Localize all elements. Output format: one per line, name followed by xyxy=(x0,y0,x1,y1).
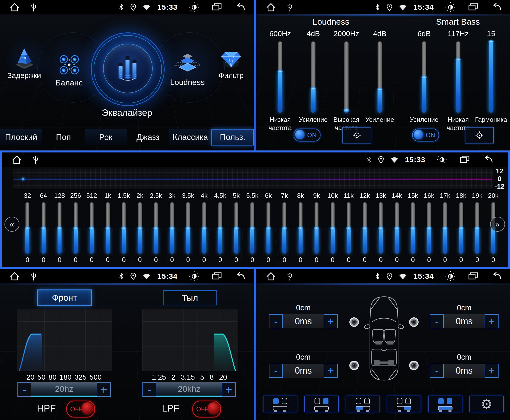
recent-apps-icon[interactable] xyxy=(468,3,478,12)
front-right-plus-button[interactable]: + xyxy=(485,314,499,328)
front-left-minus-button[interactable]: - xyxy=(269,314,283,328)
band-slider[interactable] xyxy=(459,202,463,254)
hpf-plus-button[interactable]: + xyxy=(97,382,111,397)
band-slider[interactable] xyxy=(331,202,335,254)
rear-right-minus-button[interactable]: - xyxy=(430,364,444,378)
band-slider[interactable] xyxy=(106,202,110,254)
recent-apps-icon[interactable] xyxy=(212,272,222,281)
band-slider[interactable] xyxy=(186,202,190,254)
band-slider[interactable] xyxy=(282,202,286,254)
recent-apps-icon[interactable] xyxy=(460,155,470,164)
back-icon[interactable] xyxy=(491,272,502,281)
band-slider[interactable] xyxy=(347,202,351,254)
vertical-slider[interactable] xyxy=(422,41,426,113)
band-slider[interactable] xyxy=(395,202,399,254)
recent-apps-icon[interactable] xyxy=(468,272,478,281)
brightness-icon[interactable] xyxy=(445,1,456,13)
rear-right-plus-button[interactable]: + xyxy=(485,364,499,378)
preset-button[interactable]: Классика xyxy=(169,129,211,145)
front-right-minus-button[interactable]: - xyxy=(430,314,444,328)
band-slider[interactable] xyxy=(170,202,174,254)
band-slider[interactable] xyxy=(138,202,142,254)
back-icon[interactable] xyxy=(491,3,502,12)
back-icon[interactable] xyxy=(234,272,245,281)
band-slider[interactable] xyxy=(250,202,254,254)
menu-item-delays[interactable]: 010 Задержки xyxy=(3,46,45,80)
band-slider[interactable] xyxy=(427,202,431,254)
band-slider[interactable] xyxy=(234,202,238,254)
scroll-right-button[interactable]: » xyxy=(490,217,505,232)
vertical-slider[interactable] xyxy=(344,41,349,113)
preset-button[interactable]: Плоский xyxy=(0,129,42,145)
vertical-slider[interactable] xyxy=(378,41,382,113)
band-slider[interactable] xyxy=(218,202,222,254)
band-slider[interactable] xyxy=(411,202,415,254)
back-icon[interactable] xyxy=(234,3,245,12)
front-left-plus-button[interactable]: + xyxy=(324,314,338,328)
tab-front[interactable]: Фронт xyxy=(37,289,92,306)
back-icon[interactable] xyxy=(482,155,493,164)
brightness-icon[interactable] xyxy=(436,154,448,165)
band-slider[interactable] xyxy=(58,202,62,254)
band-slider[interactable] xyxy=(299,202,303,254)
home-icon[interactable] xyxy=(9,2,20,12)
rear-left-delay-value[interactable]: 0ms xyxy=(283,364,324,378)
menu-item-balance[interactable]: Баланс xyxy=(47,52,91,87)
band-slider[interactable] xyxy=(475,202,479,254)
preset-button[interactable]: Поп xyxy=(42,129,85,145)
rear-left-minus-button[interactable]: - xyxy=(269,364,283,378)
band-slider[interactable] xyxy=(90,202,94,254)
rear-left-plus-button[interactable]: + xyxy=(324,364,338,378)
seat-select-button[interactable]: ⚙ xyxy=(346,396,380,412)
smart-bass-target-button[interactable] xyxy=(465,127,494,143)
vertical-slider[interactable] xyxy=(489,41,493,113)
brightness-icon[interactable] xyxy=(189,1,200,13)
band-slider[interactable] xyxy=(315,202,319,254)
band-slider[interactable] xyxy=(363,202,367,254)
menu-item-equalizer[interactable] xyxy=(91,32,165,106)
front-right-delay-value[interactable]: 0ms xyxy=(444,314,485,328)
lpf-plus-button[interactable]: + xyxy=(222,382,236,397)
band-slider[interactable] xyxy=(25,202,29,254)
band-slider[interactable] xyxy=(42,202,46,254)
band-slider[interactable] xyxy=(74,202,78,254)
home-icon[interactable] xyxy=(266,2,276,12)
seat-select-button[interactable]: ⚙ xyxy=(469,396,504,412)
hpf-minus-button[interactable]: - xyxy=(17,382,31,397)
seat-select-button[interactable]: ⚙ xyxy=(304,396,339,412)
tab-rear[interactable]: Тыл xyxy=(163,290,217,305)
seat-select-button[interactable]: ⚙ xyxy=(428,396,462,412)
eq-response-handle[interactable] xyxy=(22,178,24,180)
scroll-left-button[interactable]: « xyxy=(4,217,19,232)
band-slider[interactable] xyxy=(154,202,158,254)
rear-right-delay-value[interactable]: 0ms xyxy=(444,364,485,378)
lpf-off-toggle[interactable]: OFF xyxy=(192,401,221,418)
band-slider[interactable] xyxy=(379,202,383,254)
band-slider[interactable] xyxy=(266,202,270,254)
lpf-minus-button[interactable]: - xyxy=(142,382,156,397)
seat-select-button[interactable]: ⚙ xyxy=(387,396,421,412)
home-icon[interactable] xyxy=(266,271,276,281)
band-slider[interactable] xyxy=(202,202,206,254)
band-slider[interactable] xyxy=(443,202,447,254)
menu-item-loudness[interactable]: Loudness xyxy=(166,53,209,87)
band-slider[interactable] xyxy=(122,202,126,254)
hpf-frequency-value[interactable]: 20hz xyxy=(31,382,97,397)
front-left-delay-value[interactable]: 0ms xyxy=(283,314,324,328)
hpf-off-toggle[interactable]: OFF xyxy=(66,401,95,418)
lpf-frequency-value[interactable]: 20khz xyxy=(156,382,222,397)
vertical-slider[interactable] xyxy=(456,41,460,113)
loudness-target-button[interactable] xyxy=(342,127,371,143)
preset-button[interactable]: Джазз xyxy=(127,129,169,145)
seat-select-button[interactable]: ⚙ xyxy=(263,396,297,412)
brightness-icon[interactable] xyxy=(445,271,456,282)
vertical-slider[interactable] xyxy=(311,41,316,113)
home-icon[interactable] xyxy=(11,154,22,165)
recent-apps-icon[interactable] xyxy=(212,3,222,12)
brightness-icon[interactable] xyxy=(189,271,200,282)
home-icon[interactable] xyxy=(9,271,20,281)
smart-bass-on-toggle[interactable]: ON xyxy=(412,129,439,141)
preset-button[interactable]: Польз. xyxy=(211,129,254,145)
vertical-slider[interactable] xyxy=(278,41,282,113)
preset-button[interactable]: Рок xyxy=(85,129,127,145)
